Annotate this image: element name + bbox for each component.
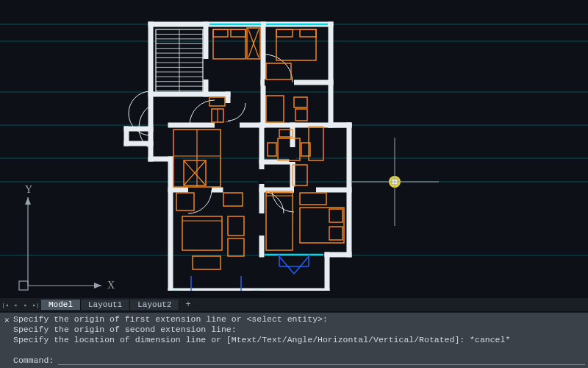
svg-line-67 <box>294 255 310 274</box>
svg-rect-78 <box>209 97 225 106</box>
svg-rect-74 <box>276 29 316 60</box>
layout-tab[interactable]: Layout2 <box>130 300 179 310</box>
svg-rect-82 <box>294 97 307 107</box>
layout-tab[interactable]: Layout1 <box>81 300 130 310</box>
svg-rect-103 <box>223 193 243 206</box>
svg-rect-69 <box>213 29 228 37</box>
command-input[interactable] <box>58 355 585 365</box>
tab-first-button[interactable]: |◂ <box>0 300 10 310</box>
svg-rect-101 <box>193 256 220 269</box>
svg-rect-88 <box>309 127 323 160</box>
svg-marker-112 <box>94 283 101 289</box>
layout-tab-bar: |◂ ◂ ▸ ▸| ModelLayout1Layout2 + <box>0 298 588 311</box>
layout-tab[interactable]: Model <box>41 300 81 310</box>
svg-rect-76 <box>300 29 316 37</box>
svg-rect-75 <box>276 29 293 37</box>
svg-marker-113 <box>25 197 31 205</box>
tab-prev-button[interactable]: ◂ <box>10 300 21 310</box>
command-history: Specify the origin of first extension li… <box>13 314 585 345</box>
svg-rect-93 <box>300 208 344 243</box>
command-prompt-label: Command: <box>13 355 54 365</box>
svg-rect-81 <box>266 96 284 122</box>
svg-rect-68 <box>213 29 245 59</box>
svg-rect-114 <box>19 281 28 290</box>
tab-last-button[interactable]: ▸| <box>31 300 41 310</box>
svg-rect-97 <box>182 216 222 250</box>
add-layout-tab-button[interactable]: + <box>179 300 196 310</box>
svg-rect-83 <box>295 109 307 121</box>
svg-text:X: X <box>107 280 115 291</box>
tab-next-button[interactable]: ▸ <box>21 300 31 310</box>
svg-rect-84 <box>278 138 300 160</box>
svg-rect-99 <box>228 216 244 236</box>
svg-rect-94 <box>329 209 343 222</box>
svg-rect-85 <box>268 143 276 156</box>
svg-text:Y: Y <box>25 184 32 195</box>
svg-line-66 <box>278 255 294 274</box>
svg-rect-70 <box>231 29 245 37</box>
svg-rect-100 <box>228 238 244 256</box>
svg-rect-96 <box>300 193 326 205</box>
svg-rect-102 <box>176 193 194 210</box>
model-viewport[interactable]: XY <box>0 0 588 291</box>
svg-rect-95 <box>329 227 343 240</box>
drawing-canvas[interactable]: XY <box>0 0 588 291</box>
close-command-panel-button[interactable]: ✕ <box>4 315 10 325</box>
command-panel: ✕ Specify the origin of first extension … <box>0 312 588 368</box>
